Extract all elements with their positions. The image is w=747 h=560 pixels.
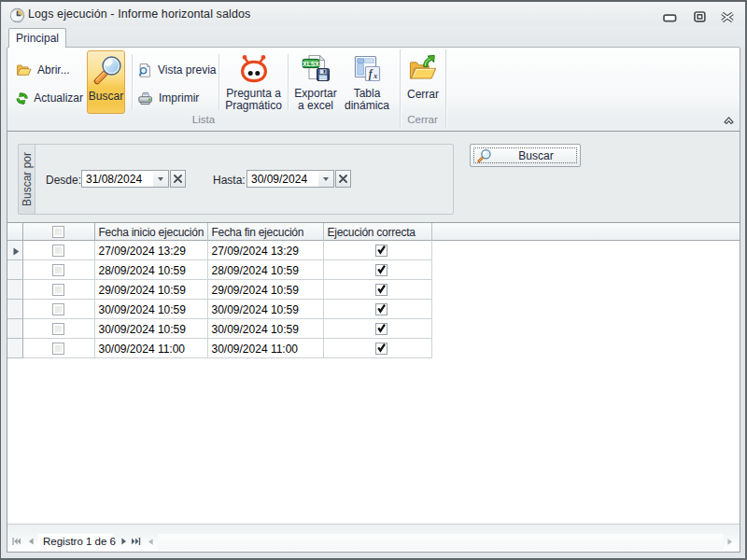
ejecucion-correcta-cell[interactable] xyxy=(324,280,432,300)
hasta-clear-button[interactable] xyxy=(335,170,351,188)
row-checked-checkbox[interactable] xyxy=(375,343,388,355)
fecha-inicio-cell[interactable]: 29/09/2024 10:59 xyxy=(95,280,208,300)
row-checked-checkbox[interactable] xyxy=(375,264,388,276)
row-select-cell[interactable] xyxy=(23,339,95,358)
table-row[interactable]: 30/09/2024 10:59 30/09/2024 10:59 xyxy=(7,319,740,339)
nav-last-button[interactable] xyxy=(131,538,143,545)
grid-header-filler xyxy=(432,223,740,241)
row-checked-checkbox[interactable] xyxy=(375,284,388,296)
row-select-cell[interactable] xyxy=(23,241,95,260)
row-checkbox[interactable] xyxy=(52,245,64,257)
fecha-fin-cell[interactable]: 30/09/2024 10:59 xyxy=(208,319,324,339)
grid-header-ejecucion-correcta[interactable]: Ejecución correcta xyxy=(324,223,432,241)
ribbon-group-separator xyxy=(445,49,446,128)
hasta-date-editor[interactable]: 30/09/2024 xyxy=(247,170,334,188)
fecha-inicio-cell[interactable]: 28/09/2024 10:59 xyxy=(95,260,208,280)
table-row[interactable]: 30/09/2024 11:00 30/09/2024 11:00 xyxy=(7,339,740,358)
desde-date-editor[interactable]: 31/08/2024 xyxy=(81,170,169,188)
ribbon-separator xyxy=(132,54,133,110)
cerrar-button[interactable]: Cerrar xyxy=(402,51,444,101)
fecha-fin-header-label: Fecha fin ejecución xyxy=(212,226,304,239)
row-checkbox[interactable] xyxy=(52,323,64,335)
table-row[interactable]: 27/09/2024 13:29 27/09/2024 13:29 xyxy=(7,241,740,260)
table-row[interactable]: 29/09/2024 10:59 29/09/2024 10:59 xyxy=(7,280,740,300)
grid-rows: 27/09/2024 13:29 27/09/2024 13:29 xyxy=(7,241,740,358)
navigator-record-text: Registro 1 de 6 xyxy=(43,536,116,547)
chevron-down-icon xyxy=(323,177,329,181)
fecha-inicio-cell[interactable]: 30/09/2024 11:00 xyxy=(95,339,208,358)
table-row[interactable]: 28/09/2024 10:59 28/09/2024 10:59 xyxy=(7,260,740,280)
hasta-dropdown-button[interactable] xyxy=(318,171,333,187)
buscar-search-button[interactable]: Buscar xyxy=(470,144,581,167)
vista-previa-button[interactable]: Vista previa xyxy=(137,60,218,80)
fecha-fin-value: 27/09/2024 13:29 xyxy=(212,245,299,258)
row-checkbox[interactable] xyxy=(52,284,64,296)
buscar-ribbon-button[interactable]: Buscar xyxy=(87,50,125,114)
row-checked-checkbox[interactable] xyxy=(375,323,388,335)
collapse-ribbon-chevron-icon[interactable] xyxy=(724,117,734,124)
abrir-button[interactable]: Abrir... xyxy=(16,60,83,80)
app-window: Logs ejecución - Informe horizontal sald… xyxy=(0,0,747,560)
row-select-cell[interactable] xyxy=(23,300,95,319)
ejecucion-correcta-cell[interactable] xyxy=(324,241,432,260)
fecha-fin-cell[interactable]: 30/09/2024 10:59 xyxy=(208,300,324,319)
fecha-fin-cell[interactable]: 29/09/2024 10:59 xyxy=(208,280,324,300)
nav-prev-button[interactable] xyxy=(29,538,34,545)
imprimir-button[interactable]: Imprimir xyxy=(137,88,218,108)
fecha-fin-cell[interactable]: 27/09/2024 13:29 xyxy=(208,241,324,260)
fecha-inicio-value: 29/09/2024 10:59 xyxy=(99,284,186,297)
tab-principal[interactable]: Principal xyxy=(8,28,66,48)
checkbox-fill xyxy=(54,228,63,236)
horizontal-scrollbar-thumb[interactable] xyxy=(158,534,724,550)
ejecucion-correcta-cell[interactable] xyxy=(324,319,432,339)
scrollbar-left-arrow[interactable] xyxy=(148,539,153,545)
ejecucion-correcta-cell[interactable] xyxy=(324,300,432,319)
row-checked-checkbox[interactable] xyxy=(375,303,388,315)
exportar-excel-button[interactable]: XLSX Exportar a excel xyxy=(291,51,340,111)
restore-button[interactable] xyxy=(694,11,706,22)
fecha-fin-cell[interactable]: 30/09/2024 11:00 xyxy=(208,339,324,358)
close-folder-icon xyxy=(407,54,439,86)
grid-header-fecha-inicio[interactable]: Fecha inicio ejecución xyxy=(95,223,208,241)
row-select-cell[interactable] xyxy=(23,260,95,280)
desde-clear-button[interactable] xyxy=(170,170,186,188)
focus-rectangle xyxy=(473,147,577,163)
row-select-cell[interactable] xyxy=(23,280,95,300)
fecha-inicio-header-label: Fecha inicio ejecución xyxy=(99,226,204,239)
pregunta-pragmatico-button[interactable]: Pregunta a Pragmático xyxy=(223,51,284,111)
nav-next-button[interactable] xyxy=(121,538,126,545)
hasta-label: Hasta: xyxy=(213,174,246,187)
row-checked-checkbox[interactable] xyxy=(375,245,388,257)
minimize-button[interactable] xyxy=(663,14,677,22)
nav-first-button[interactable] xyxy=(12,538,21,545)
printer-icon xyxy=(137,91,153,106)
select-all-checkbox[interactable] xyxy=(52,226,64,238)
row-select-cell[interactable] xyxy=(23,319,95,339)
check-icon xyxy=(376,323,387,333)
ejecucion-correcta-cell[interactable] xyxy=(324,260,432,280)
grid-header-select-column[interactable] xyxy=(23,223,95,241)
desde-dropdown-button[interactable] xyxy=(153,171,168,187)
fecha-fin-cell[interactable]: 28/09/2024 10:59 xyxy=(208,260,324,280)
row-checkbox[interactable] xyxy=(52,264,64,276)
row-checkbox[interactable] xyxy=(52,303,64,315)
pivot-table-icon: f x xyxy=(352,54,383,85)
svg-text:XLSX: XLSX xyxy=(303,61,319,67)
table-row[interactable]: 30/09/2024 10:59 30/09/2024 10:59 xyxy=(7,300,740,319)
clear-x-icon xyxy=(174,175,182,183)
fecha-inicio-cell[interactable]: 30/09/2024 10:59 xyxy=(95,319,208,339)
ejecucion-correcta-cell[interactable] xyxy=(324,339,432,358)
fecha-inicio-cell[interactable]: 27/09/2024 13:29 xyxy=(95,241,208,260)
tabla-dinamica-button[interactable]: f x Tabla dinámica xyxy=(343,51,391,111)
row-checkbox[interactable] xyxy=(52,343,64,355)
close-button[interactable] xyxy=(720,12,735,22)
grid-header-fecha-fin[interactable]: Fecha fin ejecución xyxy=(208,223,324,241)
title-bar[interactable]: Logs ejecución - Informe horizontal sald… xyxy=(2,2,745,26)
ribbon-separator xyxy=(218,54,219,110)
ejecucion-correcta-header-label: Ejecución correcta xyxy=(328,226,416,239)
check-icon xyxy=(376,343,387,353)
actualizar-button[interactable]: Actualizar xyxy=(16,88,83,108)
scrollbar-right-arrow[interactable] xyxy=(727,539,732,545)
fecha-inicio-cell[interactable]: 30/09/2024 10:59 xyxy=(95,300,208,319)
checkbox-fill xyxy=(54,246,63,255)
